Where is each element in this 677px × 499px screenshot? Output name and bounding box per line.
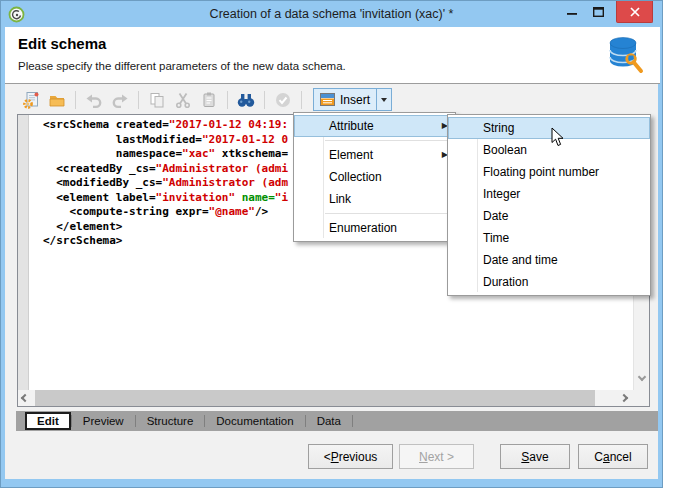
cancel-button-label: C [594,450,603,464]
undo-button[interactable] [82,88,106,112]
search-icon [236,91,256,109]
tab-data[interactable]: Data [306,412,352,430]
previous-button[interactable]: < Previous [308,444,393,469]
validate-button[interactable] [271,88,295,112]
tab-edit[interactable]: Edit [25,412,71,430]
menu-item-label: Link [329,192,351,206]
next-button[interactable]: Next > [399,444,474,469]
page-subtitle: Please specify the different parameters … [18,60,346,72]
paste-icon [200,91,218,109]
cancel-button[interactable]: Cancel [578,444,648,469]
menu-item-attribute[interactable]: Attribute▶ [294,115,455,137]
menu-item-element[interactable]: Element▶ [294,144,455,166]
page-title: Edit schema [18,35,106,52]
menu-item-label: String [483,121,514,135]
previous-button-label: < [324,450,331,464]
open-folder-icon [48,91,66,109]
menu-item-string[interactable]: String [448,117,650,139]
close-button[interactable] [616,1,653,23]
toolbar: Insert [10,85,658,114]
menu-item-time[interactable]: Time [448,227,650,249]
scroll-down-icon [638,373,646,381]
menu-item-label: Collection [329,170,382,184]
scroll-left-icon [21,394,29,402]
minimize-button[interactable] [558,1,585,22]
menu-item-label: Duration [483,275,528,289]
insert-button[interactable]: Insert [313,88,392,111]
close-icon [630,7,640,17]
redo-icon [111,91,129,109]
cut-icon [174,91,192,109]
redo-button[interactable] [108,88,132,112]
insert-dropdown-button[interactable] [376,89,391,110]
tab-documentation[interactable]: Documentation [205,412,304,430]
tab-separator [352,415,353,427]
menu-item-date[interactable]: Date [448,205,650,227]
maximize-icon [593,7,604,17]
menu-item-label: Date [483,209,508,223]
menu-item-label: Attribute [329,119,374,133]
menu-item-floating-point-number[interactable]: Floating point number [448,161,650,183]
menu-separator [325,140,453,141]
menu-item-boolean[interactable]: Boolean [448,139,650,161]
database-wrench-icon [606,35,646,77]
menu-item-label: Integer [483,187,520,201]
toolbar-separator [301,91,302,109]
menu-item-date-and-time[interactable]: Date and time [448,249,650,271]
mouse-cursor-icon [551,127,564,147]
save-button[interactable] [19,88,43,112]
copy-icon [148,91,166,109]
insert-menu: Attribute▶Element▶CollectionLinkEnumerat… [293,112,456,242]
horizontal-scroll-thumb[interactable] [35,390,595,406]
tab-structure[interactable]: Structure [136,412,205,430]
maximize-button[interactable] [585,1,612,22]
horizontal-scrollbar[interactable] [18,390,649,406]
menu-item-link[interactable]: Link [294,188,455,210]
menu-item-label: Boolean [483,143,527,157]
cut-button[interactable] [171,88,195,112]
menu-item-label: Date and time [483,253,558,267]
insert-button-label: Insert [340,93,370,107]
toolbar-separator [138,91,139,109]
search-button[interactable] [234,88,258,112]
toolbar-separator [264,91,265,109]
insert-icon [320,93,335,106]
copy-button[interactable] [145,88,169,112]
menu-item-label: Enumeration [329,221,397,235]
toolbar-separator [75,91,76,109]
attribute-type-submenu: StringBooleanFloating point numberIntege… [447,114,651,296]
wizard-header: Edit schema Please specify the different… [5,27,660,84]
open-button[interactable] [45,88,69,112]
menu-item-collection[interactable]: Collection [294,166,455,188]
editor-gutter [18,115,29,390]
tab-preview[interactable]: Preview [72,412,135,430]
scroll-right-icon [620,394,628,402]
validate-icon [274,91,292,109]
dropdown-arrow-icon [381,98,387,102]
menu-item-enumeration[interactable]: Enumeration [294,217,455,239]
menu-item-label: Element [329,148,373,162]
undo-icon [85,91,103,109]
save-schema-button[interactable]: Save [500,444,570,469]
toolbar-separator [227,91,228,109]
menu-item-label: Floating point number [483,165,599,179]
menu-separator [325,213,453,214]
titlebar: Creation of a data schema 'invitation (x… [1,1,662,27]
minimize-icon [567,7,577,17]
menu-item-label: Time [483,231,509,245]
paste-button[interactable] [197,88,221,112]
editor-tabstrip: EditPreviewStructureDocumentationData [16,411,658,431]
save-icon [22,91,40,109]
menu-item-duration[interactable]: Duration [448,271,650,293]
menu-item-integer[interactable]: Integer [448,183,650,205]
